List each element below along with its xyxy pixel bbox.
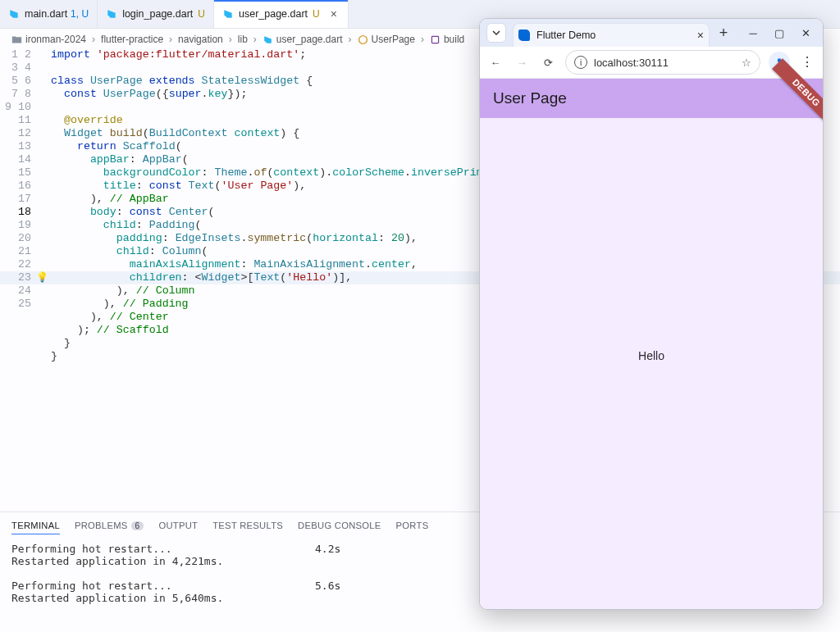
method-icon xyxy=(430,34,441,45)
dart-icon xyxy=(262,34,273,45)
chevron-down-icon xyxy=(492,29,500,37)
tab-login[interactable]: login_page.dart U xyxy=(98,0,214,28)
new-tab-button[interactable]: + xyxy=(713,25,734,42)
tab-suffix: U xyxy=(313,8,320,20)
flutter-body-text: Hello xyxy=(480,349,823,362)
flutter-icon xyxy=(518,30,530,41)
panel-tab-problems[interactable]: PROBLEMS6 xyxy=(75,517,144,534)
preview-browser-window: Flutter Demo × + ─ ▢ ✕ ← → ⟳ i localhost… xyxy=(479,18,824,610)
panel-tab-output[interactable]: OUTPUT xyxy=(158,517,198,534)
minimize-button[interactable]: ─ xyxy=(741,23,765,43)
svg-rect-1 xyxy=(431,36,438,43)
line-gutter: 1 2 3 4 5 6 7 8 9 10 11 12 13 14 15 16 1… xyxy=(0,48,36,512)
address-bar[interactable]: i localhost:30111 ☆ xyxy=(565,50,760,75)
browser-tab[interactable]: Flutter Demo × xyxy=(513,23,710,47)
panel-tab-terminal[interactable]: TERMINAL xyxy=(11,517,60,534)
tab-label: user_page.dart xyxy=(239,8,308,20)
crumb-class[interactable]: UserPage xyxy=(372,34,415,45)
lightbulb-icon[interactable]: 💡 xyxy=(36,271,48,284)
glyph-margin: 💡 xyxy=(36,48,48,512)
dart-icon xyxy=(8,8,20,20)
url-text: localhost:30111 xyxy=(594,57,669,69)
panel-tab-ports[interactable]: PORTS xyxy=(396,517,429,534)
panel-tab-debug-console[interactable]: DEBUG CONSOLE xyxy=(298,517,381,534)
dart-icon xyxy=(222,8,234,20)
svg-point-0 xyxy=(358,35,367,43)
crumb-method[interactable]: build xyxy=(444,34,464,45)
browser-toolbar: ← → ⟳ i localhost:30111 ☆ ⋮ xyxy=(480,47,823,79)
tab-search-button[interactable] xyxy=(486,23,506,43)
reload-button[interactable]: ⟳ xyxy=(539,53,557,71)
dart-icon xyxy=(106,8,117,20)
close-icon[interactable]: × xyxy=(697,29,704,42)
close-icon[interactable]: × xyxy=(328,8,340,20)
site-info-icon[interactable]: i xyxy=(574,56,587,69)
crumb[interactable]: navigation xyxy=(178,34,223,45)
flutter-app-surface: User Page DEBUG Hello xyxy=(480,79,823,609)
tab-suffix: U xyxy=(198,8,205,20)
tab-label: main.dart xyxy=(25,8,67,20)
crumb-file[interactable]: user_page.dart xyxy=(276,34,343,45)
back-button[interactable]: ← xyxy=(486,53,504,71)
flutter-appbar-title: User Page xyxy=(493,89,567,107)
crumb[interactable]: lib xyxy=(238,34,248,45)
problems-count-badge: 6 xyxy=(131,521,144,530)
forward-button[interactable]: → xyxy=(513,53,531,71)
tab-main[interactable]: main.dart 1, U xyxy=(0,0,98,28)
panel-tab-test-results[interactable]: TEST RESULTS xyxy=(212,517,283,534)
tab-suffix: 1, U xyxy=(71,8,89,20)
maximize-button[interactable]: ▢ xyxy=(767,23,792,43)
browser-titlebar[interactable]: Flutter Demo × + ─ ▢ ✕ xyxy=(480,19,823,47)
folder-icon xyxy=(11,34,22,45)
crumb[interactable]: ironman-2024 xyxy=(25,34,86,45)
crumb[interactable]: flutter-practice xyxy=(101,34,163,45)
class-icon xyxy=(358,34,368,45)
bookmark-icon[interactable]: ☆ xyxy=(742,57,751,69)
tab-label: login_page.dart xyxy=(122,8,193,20)
tab-user-page[interactable]: user_page.dart U × xyxy=(214,0,349,28)
flutter-appbar: User Page xyxy=(480,79,823,118)
code-content[interactable]: import 'package:flutter/material.dart'; … xyxy=(48,48,509,512)
close-window-button[interactable]: ✕ xyxy=(793,23,818,43)
menu-button[interactable]: ⋮ xyxy=(798,53,816,71)
browser-tab-title: Flutter Demo xyxy=(536,30,596,41)
